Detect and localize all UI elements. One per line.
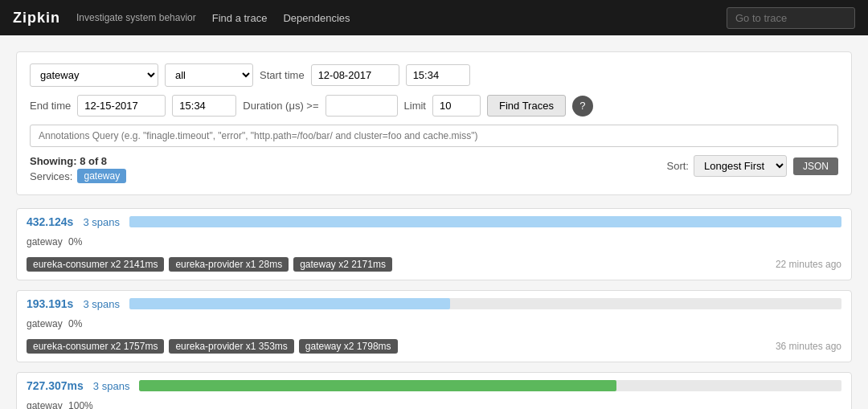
trace-bar (139, 380, 616, 391)
trace-spans: 3 spans (83, 216, 120, 228)
trace-tags-time-row: eureka-consumer x2 1757ms eureka-provide… (17, 334, 851, 362)
main-content: gateway all Start time End time Duration… (0, 35, 868, 409)
trace-service-row: gateway 100% (17, 399, 851, 409)
trace-list: 432.124s 3 spans gateway 0% eureka-consu… (16, 208, 852, 409)
limit-input[interactable] (432, 95, 481, 117)
trace-bar (129, 216, 841, 227)
help-button[interactable]: ? (572, 96, 593, 117)
trace-spans: 3 spans (93, 380, 130, 392)
trace-tags-time-row: eureka-consumer x2 2141ms eureka-provide… (17, 252, 851, 280)
trace-service-name: gateway 100% (27, 400, 93, 409)
trace-bar-row: 193.191s 3 spans (17, 291, 851, 317)
search-row-1: gateway all Start time (30, 63, 838, 87)
search-panel: gateway all Start time End time Duration… (16, 51, 852, 195)
services-row: Services: gateway (30, 169, 126, 183)
trace-service-name: gateway 0% (27, 236, 82, 247)
tags-group: eureka-consumer x2 1757ms eureka-provide… (27, 339, 398, 354)
trace-bar-row: 727.307ms 3 spans (17, 373, 851, 399)
trace-service-row: gateway 0% (17, 235, 851, 252)
trace-bar (129, 298, 450, 309)
limit-label: Limit (404, 100, 426, 112)
end-time-input[interactable] (172, 95, 236, 117)
sort-row: Sort: Longest First Shortest First Newes… (667, 155, 787, 177)
duration-input[interactable] (326, 95, 398, 117)
go-to-trace-container (727, 7, 855, 29)
trace-tag: eureka-consumer x2 2141ms (27, 257, 164, 272)
span-select[interactable]: all (165, 63, 253, 87)
trace-service-name: gateway 0% (27, 318, 82, 329)
annotations-input[interactable] (30, 125, 838, 147)
trace-card[interactable]: 432.124s 3 spans gateway 0% eureka-consu… (16, 208, 852, 280)
sort-label: Sort: (667, 160, 689, 172)
trace-bar-container (139, 380, 841, 391)
start-time-label: Start time (260, 69, 305, 81)
start-date-input[interactable] (311, 64, 399, 86)
trace-bar-container (129, 216, 841, 227)
trace-card[interactable]: 727.307ms 3 spans gateway 100% eureka-co… (16, 372, 852, 409)
trace-bar-container (129, 298, 841, 309)
brand-logo: Zipkin (13, 10, 60, 27)
nav-find-trace[interactable]: Find a trace (212, 12, 268, 24)
trace-duration: 193.191s (27, 297, 73, 310)
trace-duration: 727.307ms (27, 379, 84, 392)
brand-tagline: Investigate system behavior (76, 12, 196, 23)
search-row-2: End time Duration (μs) >= Limit Find Tra… (30, 95, 838, 117)
trace-time: 22 minutes ago (776, 259, 841, 270)
trace-service-row: gateway 0% (17, 317, 851, 334)
trace-tag: gateway x2 2171ms (293, 257, 392, 272)
trace-spans: 3 spans (83, 298, 120, 310)
trace-bar-row: 432.124s 3 spans (17, 209, 851, 235)
end-time-label: End time (30, 100, 71, 112)
service-select[interactable]: gateway (30, 63, 158, 87)
trace-tag: eureka-consumer x2 1757ms (27, 339, 164, 354)
annotations-row (30, 125, 838, 147)
sort-select[interactable]: Longest First Shortest First Newest Firs… (694, 155, 787, 177)
go-to-trace-input[interactable] (727, 7, 855, 29)
trace-tag: gateway x2 1798ms (299, 339, 398, 354)
duration-label: Duration (μs) >= (243, 100, 318, 112)
services-label: Services: (30, 170, 72, 182)
find-traces-button[interactable]: Find Traces (487, 95, 566, 117)
trace-time: 36 minutes ago (776, 341, 841, 352)
start-time-input[interactable] (406, 64, 470, 86)
tags-group: eureka-consumer x2 2141ms eureka-provide… (27, 257, 392, 272)
json-button[interactable]: JSON (793, 157, 838, 175)
service-badge[interactable]: gateway (77, 169, 126, 183)
results-left: Showing: 8 of 8 Services: gateway (30, 155, 126, 183)
top-right-actions: Sort: Longest First Shortest First Newes… (667, 155, 838, 177)
end-date-input[interactable] (77, 95, 166, 117)
trace-tag: eureka-provider x1 353ms (169, 339, 293, 354)
trace-tag: eureka-provider x1 28ms (169, 257, 289, 272)
navbar: Zipkin Investigate system behavior Find … (0, 0, 868, 35)
showing-info: Showing: 8 of 8 (30, 155, 126, 167)
trace-card[interactable]: 193.191s 3 spans gateway 0% eureka-consu… (16, 290, 852, 362)
trace-duration: 432.124s (27, 215, 73, 228)
nav-dependencies[interactable]: Dependencies (283, 12, 350, 24)
